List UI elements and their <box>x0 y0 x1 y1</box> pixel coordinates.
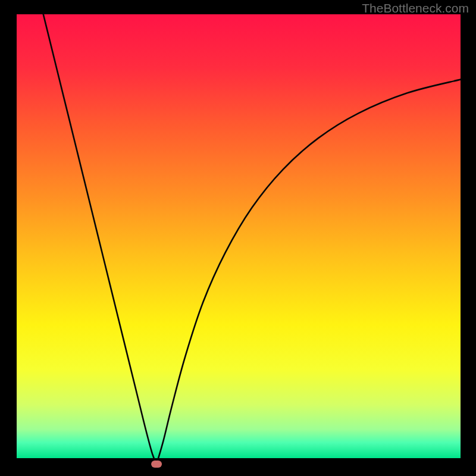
watermark-text: TheBottleneck.com <box>362 1 469 15</box>
plot-area <box>17 14 461 464</box>
bottleneck-curve <box>17 14 461 464</box>
chart-container: TheBottleneck.com <box>0 0 476 476</box>
optimum-marker <box>151 461 162 468</box>
